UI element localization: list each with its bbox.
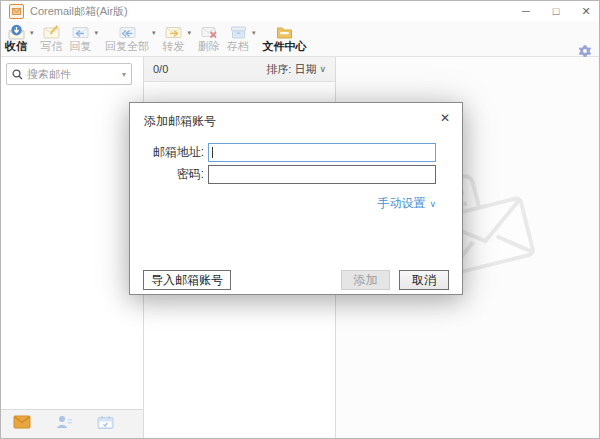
- sort-control[interactable]: 排序: 日期 ∨: [266, 62, 326, 77]
- import-account-button[interactable]: 导入邮箱账号: [143, 270, 231, 290]
- calendar-icon[interactable]: [97, 415, 114, 433]
- toolbar-label: 转发: [163, 40, 185, 53]
- window-title: Coremail邮箱(Air版): [30, 4, 128, 19]
- toolbar-label: 回复: [70, 40, 92, 53]
- mail-icon[interactable]: [13, 415, 31, 433]
- toolbar-label: 文件中心: [263, 40, 307, 53]
- window-controls: ─ □ ✕: [511, 1, 600, 21]
- minimize-button[interactable]: ─: [511, 1, 541, 21]
- text-cursor: [212, 147, 213, 158]
- dialog-close-icon[interactable]: ✕: [440, 111, 450, 125]
- maximize-button[interactable]: □: [541, 1, 571, 21]
- add-account-dialog: 添加邮箱账号 ✕ 邮箱地址: 密码: 手动设置 ∨ 导入邮箱账号 添加 取消: [129, 102, 463, 295]
- manual-setup-label: 手动设置: [377, 195, 425, 212]
- email-field-label: 邮箱地址:: [130, 144, 208, 161]
- password-field-row: 密码:: [130, 165, 436, 184]
- password-field[interactable]: [208, 165, 436, 184]
- manual-setup-link[interactable]: 手动设置 ∨: [377, 195, 436, 212]
- toolbar: 收信 ▾ 写信 回复 ▾: [1, 21, 600, 57]
- chevron-down-icon[interactable]: ▾: [188, 29, 192, 37]
- add-button[interactable]: 添加: [341, 270, 390, 290]
- archive-icon: [229, 23, 248, 40]
- email-field[interactable]: [208, 143, 436, 162]
- search-placeholder: 搜索邮件: [27, 67, 122, 82]
- toolbar-label: 回复全部: [105, 40, 149, 53]
- delete-mail-icon: [200, 23, 219, 40]
- folder-sidebar: 搜索邮件 ▾: [1, 57, 144, 411]
- receive-mail-icon: [7, 23, 26, 40]
- toolbar-label: 收信: [5, 40, 27, 53]
- chevron-down-icon[interactable]: ▾: [252, 29, 256, 37]
- file-center-icon: [275, 23, 294, 40]
- bottom-dock: [1, 409, 144, 438]
- toolbar-item-reply[interactable]: 回复 ▾: [70, 23, 99, 53]
- dialog-title: 添加邮箱账号: [144, 113, 216, 130]
- contacts-icon[interactable]: [55, 415, 73, 433]
- toolbar-label: 存档: [227, 40, 249, 53]
- toolbar-item-receive[interactable]: 收信 ▾: [5, 23, 34, 53]
- email-field-row: 邮箱地址:: [130, 143, 436, 162]
- toolbar-item-delete[interactable]: 删除: [198, 23, 220, 53]
- sort-label: 排序: 日期: [266, 62, 316, 77]
- chevron-down-icon[interactable]: ▾: [30, 29, 34, 37]
- toolbar-label: 删除: [198, 40, 220, 53]
- chevron-down-icon: ∨: [429, 199, 436, 209]
- app-logo-icon: [9, 4, 24, 19]
- cancel-button[interactable]: 取消: [399, 270, 449, 290]
- search-icon: [12, 69, 23, 80]
- close-button[interactable]: ✕: [571, 1, 600, 21]
- title-bar: Coremail邮箱(Air版) ─ □ ✕: [1, 1, 600, 21]
- toolbar-label: 写信: [41, 40, 63, 53]
- app-window: Coremail邮箱(Air版) ─ □ ✕ 收信 ▾ 写信: [0, 0, 600, 439]
- chevron-down-icon: ∨: [319, 64, 326, 74]
- forward-icon: [164, 23, 183, 40]
- search-input[interactable]: 搜索邮件 ▾: [6, 63, 132, 85]
- password-field-label: 密码:: [130, 166, 208, 183]
- toolbar-item-compose[interactable]: 写信: [41, 23, 63, 53]
- toolbar-item-archive[interactable]: 存档 ▾: [227, 23, 256, 53]
- toolbar-item-file-center[interactable]: 文件中心: [263, 23, 307, 53]
- reply-icon: [71, 23, 90, 40]
- chevron-down-icon[interactable]: ▾: [95, 29, 99, 37]
- toolbar-item-forward[interactable]: 转发 ▾: [163, 23, 192, 53]
- reply-all-icon: [118, 23, 137, 40]
- message-count: 0/0: [153, 63, 168, 75]
- compose-mail-icon: [42, 23, 61, 40]
- message-list-header: 0/0 排序: 日期 ∨: [144, 57, 335, 82]
- chevron-down-icon[interactable]: ▾: [152, 29, 156, 37]
- toolbar-item-reply-all[interactable]: 回复全部 ▾: [105, 23, 156, 53]
- chevron-down-icon[interactable]: ▾: [122, 70, 126, 79]
